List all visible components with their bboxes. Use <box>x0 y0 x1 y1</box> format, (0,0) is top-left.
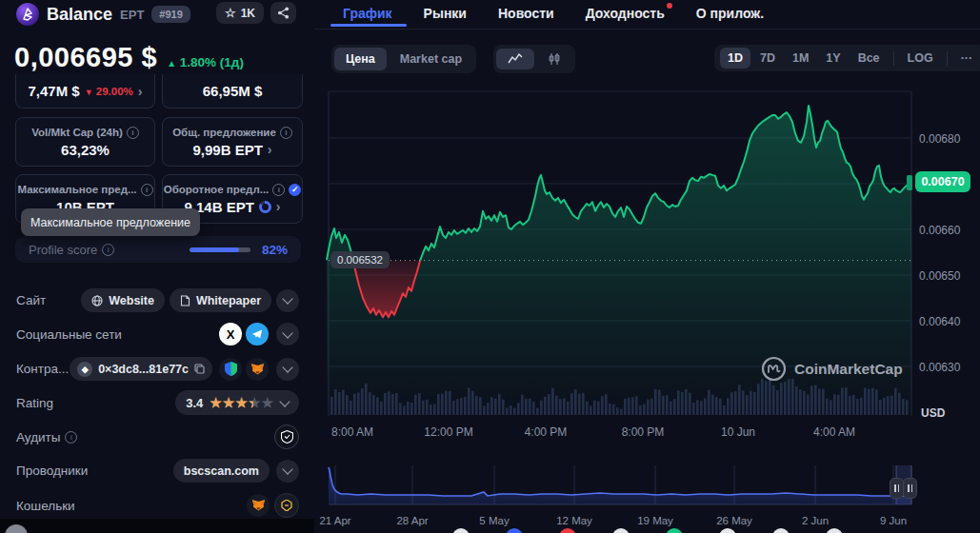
brush-date-label: 19 May <box>637 515 673 526</box>
brush-line <box>329 467 911 497</box>
brush-date-label: 26 May <box>716 515 752 526</box>
watermark: CoinMarketCap <box>761 356 903 382</box>
brush-handle-left[interactable] <box>890 478 904 499</box>
brush-date-label: 28 Apr <box>396 515 428 526</box>
brush-area-fill <box>329 467 911 504</box>
brush-date-label: 21 Apr <box>319 515 350 526</box>
brush-handle-right[interactable] <box>903 478 917 499</box>
brush-date-label: 2 Jun <box>802 515 829 526</box>
open-price-label: 0.006532 <box>330 251 390 268</box>
brush-date-label: 9 Jun <box>880 515 907 526</box>
coinmarketcap-logo-icon <box>761 356 787 382</box>
brush-date-label: 5 May <box>479 515 509 526</box>
brush-date-label: 12 May <box>556 515 592 526</box>
max-supply-tooltip: Максимальное предложение <box>21 208 200 236</box>
range-brush-chart[interactable] <box>0 0 980 533</box>
current-price-badge: 0.00670 <box>915 171 970 192</box>
